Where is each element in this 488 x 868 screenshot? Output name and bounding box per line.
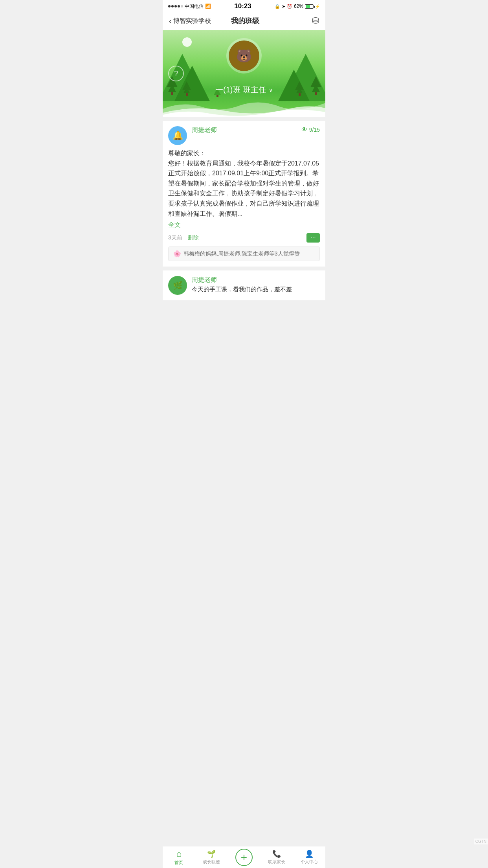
battery-indicator (305, 4, 314, 9)
sun-decoration (182, 37, 192, 47)
nav-back-button[interactable]: ‹ 博智实验学校 (169, 17, 211, 26)
post-views-1: 👁 9/15 (301, 126, 320, 133)
post-author-1[interactable]: 周捷老师 (192, 126, 297, 134)
post-partial-body-2: 周捷老师 今天的手工课，看我们的作品，差不差 (192, 276, 320, 295)
status-bar: 中国电信 📶 10:23 🔒 ➤ ⏰ 62% ⚡ (163, 0, 325, 12)
post-preview-text-2: 今天的手工课，看我们的作品，差不差 (192, 286, 320, 293)
charging-icon: ⚡ (315, 4, 320, 9)
nav-bar: ‹ 博智实验学校 我的班级 ⛁ (163, 12, 325, 30)
hero-wave (163, 97, 325, 117)
post-footer-1: 3天前 删除 ··· (168, 233, 320, 243)
post-view-count-1: 9/15 (309, 127, 320, 133)
status-time: 10:23 (234, 2, 251, 10)
post-card-2: 🌿 周捷老师 今天的手工课，看我们的作品，差不差 (163, 270, 325, 300)
post-body-1: 尊敬的家长： 您好！根据教育局通知，我校今年暑假定于2017.07.05正式开始… (168, 148, 320, 219)
battery-percent: 62% (294, 4, 303, 9)
status-right: 🔒 ➤ ⏰ 62% ⚡ (275, 4, 320, 9)
post-author-2[interactable]: 周捷老师 (192, 276, 320, 284)
bell-icon: 🔔 (172, 131, 183, 141)
avatar-emoji: 🐻 (236, 48, 252, 63)
like-flower-icon: 🌸 (173, 250, 181, 257)
post-greeting-1: 尊敬的家长： (168, 148, 320, 158)
leaf-icon: 🌿 (173, 281, 183, 290)
read-more-button-1[interactable]: 全文 (168, 221, 320, 229)
post-text-1: 您好！根据教育局通知，我校今年暑假定于2017.07.05正式开始放假，2017… (168, 158, 320, 219)
carrier-label: 中国电信 (185, 3, 204, 10)
location-icon: ➤ (282, 4, 285, 9)
post-header-1: 🔔 周捷老师 👁 9/15 (168, 126, 320, 145)
post-avatar-2: 🌿 (168, 276, 187, 295)
content-area: 🔔 周捷老师 👁 9/15 尊敬的家长： 您好！根据教育局通知，我校今年暑假定于… (163, 117, 325, 328)
hero-avatar-area: 🐻 (226, 38, 262, 74)
signal-dots (168, 5, 183, 7)
nav-filter-area: ⛁ (280, 16, 319, 26)
avatar: 🐻 (229, 40, 259, 71)
post-time-1: 3天前 (168, 234, 182, 241)
post-meta-1: 周捷老师 (192, 126, 297, 134)
status-left: 中国电信 📶 (168, 3, 211, 10)
class-title[interactable]: 一(1)班 班主任 ∨ (163, 85, 325, 95)
filter-icon[interactable]: ⛁ (312, 16, 319, 26)
question-mark-button[interactable]: ? (168, 66, 184, 81)
like-text-1: 韩梅梅的妈妈,周捷老师,陈宝生老师等3人觉得赞 (183, 250, 300, 257)
post-avatar-1: 🔔 (168, 126, 187, 145)
lock-icon: 🔒 (275, 4, 280, 9)
post-likes-1: 🌸 韩梅梅的妈妈,周捷老师,陈宝生老师等3人觉得赞 (168, 246, 320, 261)
hero-banner: ? 🐻 一(1)班 班主任 ∨ (163, 30, 325, 117)
alarm-icon: ⏰ (287, 4, 292, 9)
eye-icon: 👁 (301, 126, 308, 133)
class-label: 一(1)班 班主任 (215, 85, 266, 95)
nav-title: 我的班级 (211, 16, 280, 26)
chevron-down-icon: ∨ (269, 87, 273, 93)
wifi-icon: 📶 (205, 4, 211, 9)
more-button-1[interactable]: ··· (306, 233, 320, 243)
post-card-1: 🔔 周捷老师 👁 9/15 尊敬的家长： 您好！根据教育局通知，我校今年暑假定于… (163, 121, 325, 267)
delete-button-1[interactable]: 删除 (188, 234, 199, 241)
back-arrow-icon: ‹ (169, 17, 172, 26)
nav-back-label: 博智实验学校 (173, 17, 211, 25)
avatar-ring: 🐻 (226, 38, 262, 74)
post-header-right-1: 👁 9/15 (301, 126, 320, 133)
